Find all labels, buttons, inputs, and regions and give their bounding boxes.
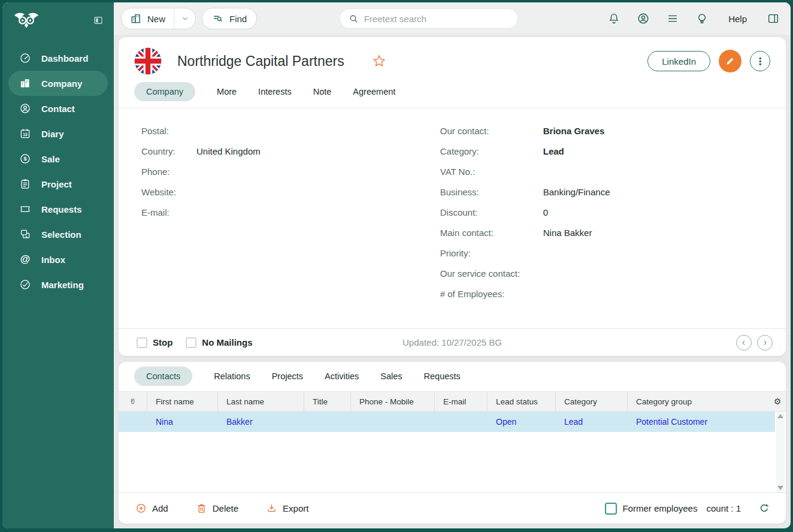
field-vat-no: VAT No.: — [440, 161, 770, 182]
tab-more[interactable]: More — [217, 82, 237, 101]
field-main-contact: Main contact:Nina Bakker — [440, 222, 770, 243]
sidebar-item-contact[interactable]: Contact — [8, 96, 108, 121]
tab-sales[interactable]: Sales — [380, 367, 402, 386]
scroll-down-arrow-icon[interactable] — [777, 486, 783, 490]
lightbulb-icon[interactable] — [695, 12, 709, 25]
new-button[interactable]: New — [122, 8, 174, 29]
sidebar-item-label: Dashboard — [41, 53, 88, 64]
dashboard-icon — [19, 52, 31, 64]
contacts-tabs: Contacts Relations Projects Activities S… — [119, 362, 786, 391]
selection-icon — [19, 228, 31, 240]
find-button[interactable]: Find — [202, 8, 257, 29]
sidebar-item-inbox[interactable]: @ Inbox — [8, 247, 108, 272]
dollar-icon: $ — [19, 153, 31, 165]
scroll-up-arrow-icon[interactable] — [777, 414, 783, 418]
field-country: Country:United Kingdom — [141, 141, 440, 161]
table-scrollbar[interactable] — [776, 412, 785, 492]
field-label: Main contact: — [440, 228, 543, 238]
company-footer: Stop No Mailings Updated: 10/27/2025 BG — [119, 328, 786, 356]
add-button[interactable]: Add — [135, 503, 168, 514]
column-header-first-name[interactable]: First name — [147, 392, 218, 411]
search-input[interactable] — [364, 14, 509, 24]
tab-agreement[interactable]: Agreement — [353, 82, 395, 101]
field-label: Our service contact: — [440, 268, 543, 279]
paperclip-icon — [128, 397, 137, 406]
cell-lead-status[interactable]: Open — [488, 417, 556, 427]
sidebar-header — [2, 2, 114, 38]
help-link[interactable]: Help — [728, 14, 747, 24]
previous-record-button[interactable] — [736, 335, 752, 350]
tab-interests[interactable]: Interests — [258, 82, 292, 101]
gear-icon: ⚙ — [774, 397, 782, 406]
panel-toggle-icon[interactable] — [767, 12, 780, 25]
sidebar: Dashboard Company Contact 13 Diary $ Sal… — [2, 2, 114, 528]
attachment-column-header[interactable] — [119, 392, 147, 411]
delete-button[interactable]: Delete — [196, 503, 238, 514]
column-header-category[interactable]: Category — [556, 392, 628, 411]
company-card: Northridge Capital Partners LinkedIn ⋮ — [119, 37, 786, 356]
tab-activities[interactable]: Activities — [325, 367, 359, 386]
svg-text:13: 13 — [23, 132, 28, 137]
sidebar-nav: Dashboard Company Contact 13 Diary $ Sal… — [2, 38, 114, 297]
company-title: Northridge Capital Partners — [177, 53, 344, 69]
new-dropdown-button[interactable] — [174, 8, 195, 29]
sidebar-item-requests[interactable]: Requests — [8, 197, 108, 222]
field-label: Business: — [440, 187, 543, 197]
sidebar-item-dashboard[interactable]: Dashboard — [8, 46, 108, 71]
sidebar-collapse-icon[interactable] — [92, 15, 104, 26]
field-our-contact: Our contact:Briona Graves — [440, 120, 770, 141]
column-header-category-group[interactable]: Category group — [628, 392, 769, 411]
export-button[interactable]: Export — [266, 503, 308, 514]
row-count: count : 1 — [706, 503, 741, 513]
uk-flag-icon — [134, 47, 162, 75]
favorite-star-icon[interactable] — [372, 54, 386, 68]
tab-company[interactable]: Company — [134, 82, 195, 101]
tab-note[interactable]: Note — [313, 82, 332, 101]
table-settings-button[interactable]: ⚙ — [769, 392, 786, 411]
field-value: United Kingdom — [196, 146, 261, 156]
content-area: Northridge Capital Partners LinkedIn ⋮ — [114, 35, 791, 528]
field-label: Country: — [141, 146, 196, 156]
sidebar-item-company[interactable]: Company — [8, 71, 108, 96]
column-header-phone-mobile[interactable]: Phone - Mobile — [351, 392, 435, 411]
sidebar-item-selection[interactable]: Selection — [8, 222, 108, 247]
kebab-icon: ⋮ — [755, 56, 765, 67]
cell-last-name[interactable]: Bakker — [218, 417, 304, 427]
contact-icon — [19, 102, 31, 114]
cell-category-group[interactable]: Potential Customer — [628, 417, 775, 427]
column-header-title[interactable]: Title — [304, 392, 351, 411]
contacts-rows: Nina Bakker Open Lead Potential Customer — [119, 412, 775, 432]
more-options-button[interactable]: ⋮ — [750, 51, 770, 71]
chevron-left-icon — [740, 339, 747, 346]
column-header-lead-status[interactable]: Lead status — [488, 392, 556, 411]
linkedin-button[interactable]: LinkedIn — [647, 51, 710, 71]
refresh-button[interactable] — [758, 502, 771, 515]
column-header-email[interactable]: E-mail — [435, 392, 488, 411]
table-row[interactable]: Nina Bakker Open Lead Potential Customer — [119, 412, 775, 432]
tab-requests[interactable]: Requests — [424, 367, 461, 386]
tab-relations[interactable]: Relations — [214, 367, 250, 386]
menu-icon[interactable] — [666, 12, 679, 25]
tab-projects[interactable]: Projects — [272, 367, 303, 386]
next-record-button[interactable] — [757, 335, 773, 350]
field-num-employees: # of Employees: — [440, 283, 770, 304]
field-label: Postal: — [141, 126, 196, 136]
contacts-actions-bar: Add Delete Export Former employees — [119, 492, 786, 524]
sidebar-item-diary[interactable]: 13 Diary — [8, 121, 108, 146]
tab-contacts[interactable]: Contacts — [134, 367, 192, 386]
calendar-icon: 13 — [19, 128, 31, 140]
edit-button[interactable] — [719, 50, 741, 72]
former-employees-checkbox[interactable] — [605, 503, 617, 515]
cell-category[interactable]: Lead — [556, 417, 628, 427]
bell-icon[interactable] — [607, 12, 621, 25]
sidebar-item-project[interactable]: Project — [8, 171, 108, 197]
user-account-icon[interactable] — [637, 12, 650, 25]
add-circle-icon — [135, 503, 147, 514]
sidebar-item-label: Diary — [41, 129, 64, 139]
field-value: Banking/Finance — [543, 187, 610, 197]
sidebar-item-marketing[interactable]: Marketing — [8, 272, 108, 297]
cell-first-name[interactable]: Nina — [147, 417, 218, 427]
sidebar-item-sale[interactable]: $ Sale — [8, 146, 108, 171]
field-phone: Phone: — [141, 161, 440, 182]
column-header-last-name[interactable]: Last name — [218, 392, 304, 411]
